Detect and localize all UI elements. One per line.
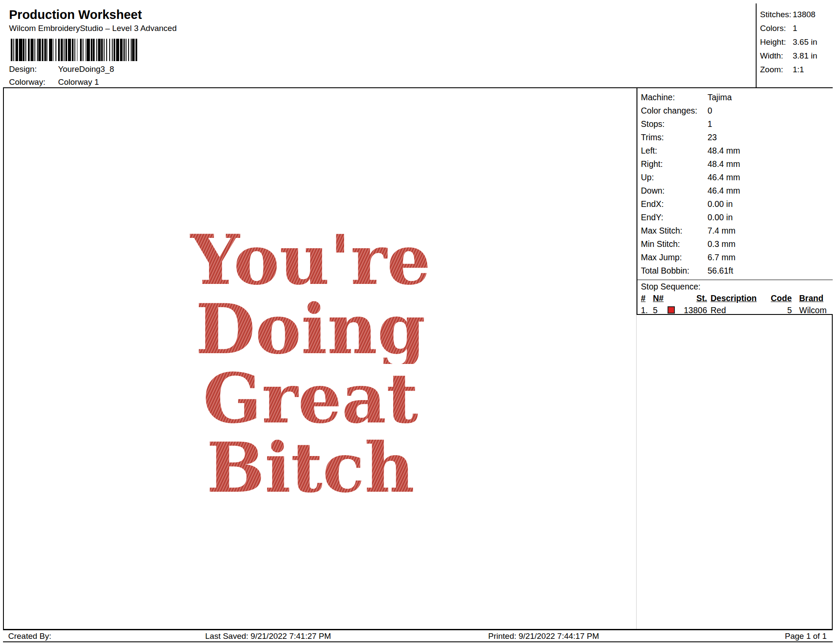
col-header-brand: Brand [799,292,823,304]
col-header-description: Description [711,292,757,304]
info-label: Color changes: [641,104,708,117]
machine-info-panel: Machine:Tajima Color changes:0 Stops:1 T… [637,88,833,315]
stat-value: 3.65 in [793,35,817,49]
design-stats-box: Stitches:13808 Colors:1 Height:3.65 in W… [756,3,833,88]
info-value: 46.4 mm [708,184,740,197]
design-row: Design:YoureDoing3_8 [9,64,114,75]
stat-label: Width: [760,49,793,63]
info-label: Up: [641,171,708,184]
machine-row: EndY:0.00 in [637,211,833,224]
info-value: 1 [708,117,712,131]
machine-row: Trims:23 [637,131,833,144]
info-label: Max Jump: [641,251,708,264]
last-saved-text: Last Saved: 9/21/2022 7:41:27 PM [205,631,331,641]
info-value: 7.4 mm [708,224,735,237]
stat-value: 3.81 in [793,49,817,63]
production-worksheet-page: Production Worksheet Wilcom EmbroiderySt… [0,0,837,644]
machine-row: Min Stitch:0.3 mm [637,237,833,251]
info-value: 46.4 mm [708,171,740,184]
barcode [11,39,168,61]
embroidery-design-preview: You're Doing Great Bitch [141,225,480,502]
machine-row: EndX:0.00 in [637,197,833,211]
machine-row: Right:48.4 mm [637,157,833,171]
footer-band: Created By: Last Saved: 9/21/2022 7:41:2… [3,629,833,642]
design-label: Design: [9,64,58,75]
machine-row: Up:46.4 mm [637,171,833,184]
stat-height: Height:3.65 in [760,35,833,49]
row-description: Red [711,304,726,316]
stat-label: Zoom: [760,63,793,77]
stat-value: 13808 [793,8,815,22]
machine-row: Machine:Tajima [637,91,833,104]
design-text-line: Great [141,364,480,433]
info-value: 0.00 in [708,211,733,224]
info-value: 0.3 mm [708,237,735,251]
info-value: 0 [708,104,712,117]
info-label: EndX: [641,197,708,211]
stop-sequence-section: Stop Sequence: # N# St. Description Code… [637,280,833,316]
design-text-line: You're [141,225,480,295]
info-label: Stops: [641,117,708,131]
info-label: Min Stitch: [641,237,708,251]
design-text-line: Bitch [141,433,480,502]
info-label: Right: [641,157,708,171]
design-value: YoureDoing3_8 [58,65,114,74]
machine-row: Max Jump:6.7 mm [637,251,833,264]
col-header-code: Code [771,292,792,304]
info-value: 23 [708,131,717,144]
stat-label: Colors: [760,22,793,35]
colorway-label: Colorway: [9,77,58,88]
row-stitches: 13806 [682,304,707,316]
info-value: 48.4 mm [708,144,740,157]
info-label: EndY: [641,211,708,224]
stat-value: 1:1 [793,63,804,77]
machine-row: Color changes:0 [637,104,833,117]
info-label: Machine: [641,91,708,104]
created-by-label: Created By: [8,631,51,641]
stat-stitches: Stitches:13808 [760,8,833,22]
row-code: 5 [766,304,792,316]
col-header-num: # [641,292,646,304]
info-label: Down: [641,184,708,197]
info-label: Total Bobbin: [641,264,708,277]
machine-row: Max Stitch:7.4 mm [637,224,833,237]
colorway-value: Colorway 1 [58,77,99,86]
row-needle: 5 [653,304,658,316]
header-band: Production Worksheet Wilcom EmbroiderySt… [3,3,833,88]
stat-colors: Colors:1 [760,22,833,35]
stop-sequence-row: 1. 5 13806 Red 5 Wilcom [637,304,833,316]
info-value: 0.00 in [708,197,733,211]
info-value: 48.4 mm [708,157,740,171]
row-num: 1. [641,304,648,316]
info-label: Max Stitch: [641,224,708,237]
col-header-stitches: St. [682,292,707,304]
row-brand: Wilcom [799,304,827,316]
info-value: 56.61ft [708,264,733,277]
page-number: Page 1 of 1 [785,631,827,641]
stop-sequence-title: Stop Sequence: [637,280,833,292]
thread-color-swatch [668,306,675,314]
machine-row: Left:48.4 mm [637,144,833,157]
machine-row: Stops:1 [637,117,833,131]
stat-label: Height: [760,35,793,49]
stat-label: Stitches: [760,8,793,22]
stat-zoom: Zoom:1:1 [760,63,833,77]
info-value: 6.7 mm [708,251,735,264]
machine-row: Down:46.4 mm [637,184,833,197]
stat-value: 1 [793,22,797,35]
info-label: Left: [641,144,708,157]
stat-width: Width:3.81 in [760,49,833,63]
colorway-row: Colorway:Colorway 1 [9,77,99,88]
info-label: Trims: [641,131,708,144]
design-text-line: Doing [141,295,480,364]
col-header-needle: N# [653,292,664,304]
stop-sequence-header-row: # N# St. Description Code Brand [637,292,833,304]
printed-text: Printed: 9/21/2022 7:44:17 PM [488,631,599,641]
app-subtitle: Wilcom EmbroideryStudio – Level 3 Advanc… [9,24,177,33]
page-title: Production Worksheet [9,8,142,22]
info-value: Tajima [708,91,732,104]
machine-row: Total Bobbin:56.61ft [637,264,833,277]
